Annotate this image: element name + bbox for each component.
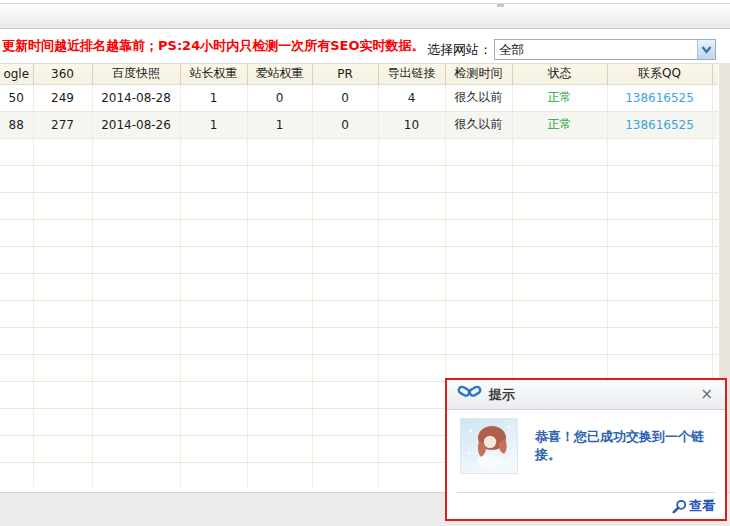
- empty-cell: [445, 327, 512, 354]
- empty-cell: [247, 192, 312, 219]
- empty-cell: [607, 165, 712, 192]
- empty-cell: [33, 408, 92, 435]
- empty-cell: [33, 138, 92, 165]
- empty-cell: [378, 327, 445, 354]
- empty-cell: [378, 138, 445, 165]
- empty-cell: [445, 138, 512, 165]
- empty-cell: [607, 192, 712, 219]
- empty-cell: [247, 435, 312, 462]
- empty-cell: [33, 381, 92, 408]
- qq-link[interactable]: 138616525: [625, 91, 694, 105]
- empty-cell: [247, 462, 312, 487]
- empty-cell: [33, 327, 92, 354]
- empty-cell: [247, 327, 312, 354]
- cell-baidu-snapshot: 2014-08-26: [92, 111, 180, 138]
- empty-cell: [92, 300, 180, 327]
- empty-cell: [92, 246, 180, 273]
- table-row: 882772014-08-2611010很久以前正常138616525: [0, 111, 718, 138]
- cell-edge: [712, 84, 718, 111]
- cell-aizhan-weight: 0: [247, 84, 312, 111]
- link-icon: [457, 384, 482, 405]
- empty-cell: [312, 273, 378, 300]
- empty-cell: [378, 192, 445, 219]
- popup-message: 恭喜！您已成功交换到一个链接。: [535, 428, 713, 464]
- header-row: ogle360百度快照站长权重爱站权重PR导出链接检测时间状态联系QQ: [0, 64, 718, 84]
- magnifier-icon: [672, 499, 687, 514]
- chevron-down-icon[interactable]: [697, 40, 715, 59]
- empty-cell: [0, 327, 33, 354]
- cell-export-links: 4: [378, 84, 445, 111]
- popup-footer: 查看: [457, 492, 715, 519]
- col-zhanzhang-weight: 站长权重: [180, 64, 247, 84]
- empty-cell: [312, 219, 378, 246]
- site-select-value: 全部: [495, 40, 697, 59]
- empty-cell: [512, 327, 607, 354]
- cell-zhanzhang-weight: 1: [180, 111, 247, 138]
- col-aizhan-weight: 爱站权重: [247, 64, 312, 84]
- cell-aizhan-weight: 1: [247, 111, 312, 138]
- popup-titlebar: 提示 ×: [447, 380, 725, 410]
- empty-cell: [607, 300, 712, 327]
- col-pr: PR: [312, 64, 378, 84]
- empty-cell: [607, 138, 712, 165]
- empty-cell: [247, 138, 312, 165]
- empty-cell: [378, 273, 445, 300]
- col-status: 状态: [512, 64, 607, 84]
- empty-cell: [312, 381, 378, 408]
- cell-pr: 0: [312, 84, 378, 111]
- empty-cell: [0, 408, 33, 435]
- empty-cell: [247, 246, 312, 273]
- toolbar-strip: [0, 3, 730, 29]
- empty-cell: [0, 381, 33, 408]
- site-select[interactable]: 全部: [494, 39, 716, 60]
- empty-cell: [312, 327, 378, 354]
- empty-cell: [445, 246, 512, 273]
- empty-cell: [312, 435, 378, 462]
- cell-google: 50: [0, 84, 33, 111]
- empty-cell: [33, 165, 92, 192]
- empty-cell: [92, 354, 180, 381]
- empty-cell: [378, 381, 445, 408]
- empty-cell: [312, 408, 378, 435]
- empty-cell: [92, 192, 180, 219]
- empty-cell: [0, 462, 33, 487]
- qq-link[interactable]: 138616525: [625, 118, 694, 132]
- close-icon[interactable]: ×: [698, 387, 715, 402]
- empty-cell: [92, 462, 180, 487]
- empty-cell: [712, 165, 718, 192]
- toolbar-tick: [497, 4, 504, 7]
- col-edge: [712, 64, 718, 84]
- cell-edge: [712, 111, 718, 138]
- cell-360: 249: [33, 84, 92, 111]
- view-link[interactable]: 查看: [672, 497, 715, 515]
- empty-cell: [180, 273, 247, 300]
- empty-row: [0, 165, 718, 192]
- col-google: ogle: [0, 64, 33, 84]
- empty-cell: [312, 462, 378, 487]
- empty-cell: [312, 165, 378, 192]
- empty-row: [0, 354, 718, 381]
- empty-cell: [0, 435, 33, 462]
- empty-cell: [712, 354, 718, 381]
- empty-cell: [312, 354, 378, 381]
- empty-cell: [247, 273, 312, 300]
- empty-row: [0, 138, 718, 165]
- empty-cell: [92, 435, 180, 462]
- app-window: 更新时间越近排名越靠前；PS:24小时内只检测一次所有SEO实时数据。 选择网站…: [0, 0, 730, 526]
- empty-cell: [712, 246, 718, 273]
- empty-cell: [712, 219, 718, 246]
- popup-body: 恭喜！您已成功交换到一个链接。: [447, 410, 725, 473]
- empty-row: [0, 192, 718, 219]
- empty-cell: [247, 408, 312, 435]
- update-notice: 更新时间越近排名越靠前；PS:24小时内只检测一次所有SEO实时数据。: [2, 37, 424, 55]
- cell-contact-qq: 138616525: [607, 111, 712, 138]
- empty-cell: [712, 327, 718, 354]
- empty-cell: [180, 246, 247, 273]
- empty-cell: [378, 300, 445, 327]
- empty-cell: [247, 354, 312, 381]
- empty-cell: [378, 165, 445, 192]
- site-filter-label: 选择网站：: [427, 41, 492, 59]
- empty-cell: [607, 273, 712, 300]
- notification-thumbnail: [461, 419, 517, 473]
- empty-cell: [378, 246, 445, 273]
